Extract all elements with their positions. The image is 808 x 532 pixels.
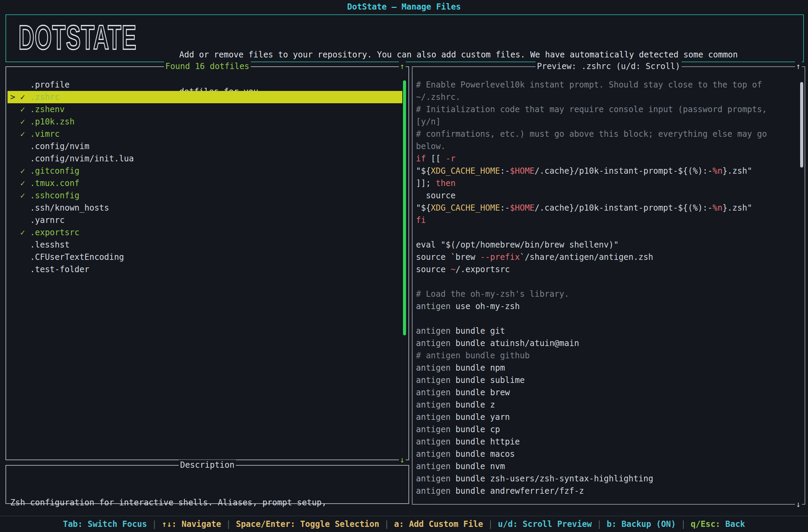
selection-cursor bbox=[10, 191, 20, 200]
selection-cursor bbox=[10, 105, 20, 114]
preview-line: antigen bundle brew bbox=[416, 386, 797, 399]
dotfile-name: .gitconfig bbox=[30, 166, 80, 176]
dotfile-name: .config/nvim bbox=[30, 142, 89, 151]
dotfile-name: .CFUserTextEncoding bbox=[30, 252, 124, 262]
preview-line: ~/.zshrc. bbox=[416, 91, 797, 103]
selection-cursor bbox=[10, 80, 20, 90]
page-title: DotState – Manage Files bbox=[0, 2, 808, 12]
check-placeholder bbox=[20, 154, 30, 163]
dotfile-name: .yarnrc bbox=[30, 215, 65, 225]
dotfile-name: .exportsrc bbox=[30, 228, 80, 237]
dotfile-row[interactable]: .config/nvim/init.lua bbox=[8, 152, 402, 165]
dotfile-row[interactable]: ✓ .zshenv bbox=[8, 103, 402, 116]
preview-line: antigen bundle git bbox=[416, 325, 797, 337]
selection-cursor bbox=[10, 203, 20, 213]
selection-cursor bbox=[10, 228, 20, 237]
dotfile-name: .test-folder bbox=[30, 265, 89, 274]
preview-line: # Enable Powerlevel10k instant prompt. S… bbox=[416, 79, 797, 91]
app-logo: DOTSTATE bbox=[18, 18, 137, 57]
check-icon: ✓ bbox=[20, 166, 30, 176]
check-icon: ✓ bbox=[20, 117, 30, 127]
dotfile-row[interactable]: .lesshst bbox=[8, 239, 402, 251]
preview-line: "${XDG_CACHE_HOME:-$HOME/.cache}/p10k-in… bbox=[416, 165, 797, 177]
preview-line: antigen bundle macos bbox=[416, 448, 797, 460]
dotfile-row[interactable]: .yarnrc bbox=[8, 214, 402, 226]
check-placeholder bbox=[20, 215, 30, 225]
selection-cursor bbox=[10, 215, 20, 225]
dotfile-row[interactable]: > ✓ .zshrc bbox=[8, 91, 402, 103]
separator: | bbox=[379, 519, 394, 529]
preview-line: antigen bundle nvm bbox=[416, 460, 797, 473]
preview-line: # Load the oh-my-zsh's library. bbox=[416, 288, 797, 300]
preview-line: source ~/.exportsrc bbox=[416, 263, 797, 276]
dotfile-name: .profile bbox=[30, 80, 70, 90]
dotfile-row[interactable]: ✓ .gitconfig bbox=[8, 165, 402, 177]
preview-content[interactable]: # Enable Powerlevel10k instant prompt. S… bbox=[416, 79, 797, 503]
selection-cursor bbox=[10, 129, 20, 139]
statusbar-hint: ↑↓: Navigate bbox=[162, 519, 221, 529]
selection-cursor: > bbox=[10, 92, 20, 102]
header-description-line1: Add or remove files to your repository. … bbox=[179, 49, 738, 61]
description-line1: Zsh configuration for interactive shells… bbox=[10, 496, 327, 509]
preview-line: antigen bundle andrewferrier/fzf-z bbox=[416, 485, 797, 497]
dotfile-row[interactable]: ✓ .p10k.zsh bbox=[8, 116, 402, 128]
preview-panel: Preview: .zshrc (u/d: Scroll) ↑ ↓ # Enab… bbox=[412, 66, 805, 505]
dotfile-list: .profile> ✓ .zshrc ✓ .zshenv ✓ .p10k.zsh… bbox=[8, 79, 402, 276]
dotfile-name: .p10k.zsh bbox=[30, 117, 75, 127]
selection-cursor bbox=[10, 178, 20, 188]
preview-line: eval "$(/opt/homebrew/bin/brew shellenv)… bbox=[416, 239, 797, 251]
statusbar-hint: b: Backup (ON) bbox=[607, 519, 676, 529]
check-icon: ✓ bbox=[20, 92, 30, 102]
dotfiles-panel-title: Found 16 dotfiles bbox=[164, 61, 251, 71]
check-placeholder bbox=[20, 142, 30, 151]
preview-line: # confirmations, etc.) must go above thi… bbox=[416, 128, 797, 140]
dotfile-row[interactable]: .CFUserTextEncoding bbox=[8, 251, 402, 263]
scroll-up-icon: ↑ bbox=[399, 61, 406, 71]
preview-line bbox=[416, 226, 797, 239]
dotfile-row[interactable]: ✓ .tmux.conf bbox=[8, 177, 402, 189]
preview-scrollbar[interactable] bbox=[800, 82, 803, 168]
preview-line: fi bbox=[416, 214, 797, 226]
preview-line: antigen bundle npm bbox=[416, 362, 797, 374]
preview-line: # Initialization code that may require c… bbox=[416, 103, 797, 116]
check-icon: ✓ bbox=[20, 129, 30, 139]
dotfiles-scrollbar[interactable] bbox=[403, 80, 406, 335]
dotfile-name: .sshconfig bbox=[30, 191, 80, 200]
dotstate-tui: { "app": { "title": "DotState – Manage F… bbox=[0, 0, 808, 532]
dotfiles-panel: Found 16 dotfiles ↑ ↓ .profile> ✓ .zshrc… bbox=[5, 66, 409, 460]
preview-line: [y/n] bbox=[416, 116, 797, 128]
selection-cursor bbox=[10, 240, 20, 250]
dotfile-name: .zshenv bbox=[30, 105, 65, 114]
dotfile-row[interactable]: .profile bbox=[8, 79, 402, 91]
check-icon: ✓ bbox=[20, 228, 30, 237]
separator: | bbox=[592, 519, 607, 529]
selection-cursor bbox=[10, 142, 20, 151]
separator: | bbox=[483, 519, 498, 529]
selection-cursor bbox=[10, 154, 20, 163]
preview-scroll-up-icon: ↑ bbox=[795, 61, 802, 71]
dotfile-row[interactable]: ✓ .exportsrc bbox=[8, 226, 402, 239]
dotfile-name: .ssh/known_hosts bbox=[30, 203, 109, 213]
description-panel: Description Zsh configuration for intera… bbox=[5, 465, 409, 504]
separator: | bbox=[221, 519, 236, 529]
check-icon: ✓ bbox=[20, 191, 30, 200]
dotfile-row[interactable]: ✓ .sshconfig bbox=[8, 189, 402, 202]
status-bar: Tab: Switch Focus | ↑↓: Navigate | Space… bbox=[0, 516, 808, 532]
preview-line: # antigen bundle github bbox=[416, 349, 797, 362]
dotfile-row[interactable]: .config/nvim bbox=[8, 140, 402, 152]
header-panel: DOTSTATE Add or remove files to your rep… bbox=[5, 14, 804, 62]
dotfile-name: .zshrc bbox=[30, 92, 60, 102]
check-placeholder bbox=[20, 80, 30, 90]
selection-cursor bbox=[10, 166, 20, 176]
dotfile-name: .vimrc bbox=[30, 129, 60, 139]
description-panel-title: Description bbox=[179, 460, 236, 470]
dotfile-row[interactable]: .test-folder bbox=[8, 263, 402, 276]
check-placeholder bbox=[20, 252, 30, 262]
preview-line: ]]; then bbox=[416, 177, 797, 189]
dotfile-row[interactable]: ✓ .vimrc bbox=[8, 128, 402, 140]
preview-line: source bbox=[416, 189, 797, 202]
dotfile-row[interactable]: .ssh/known_hosts bbox=[8, 202, 402, 214]
preview-line: if [[ -r bbox=[416, 152, 797, 165]
preview-line: antigen bundle cp bbox=[416, 423, 797, 436]
check-icon: ✓ bbox=[20, 105, 30, 114]
